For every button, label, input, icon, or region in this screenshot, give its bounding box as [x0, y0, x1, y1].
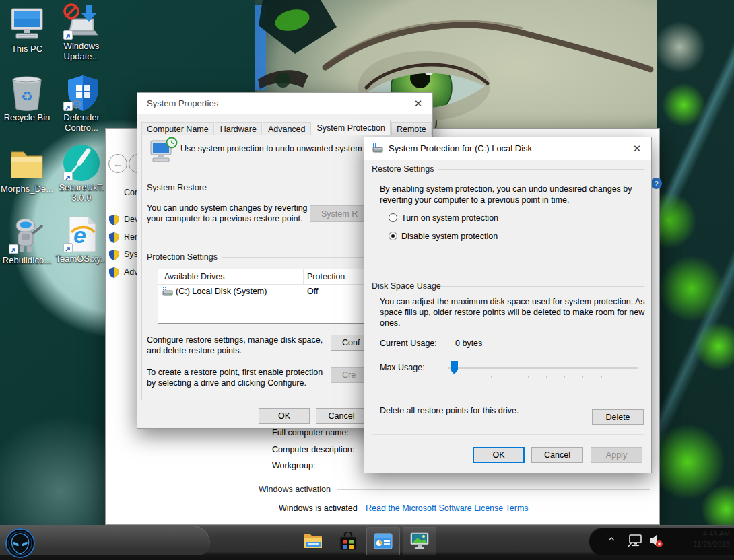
file-explorer-icon [304, 533, 323, 549]
shortcut-overlay-icon [63, 243, 73, 252]
cancel-button[interactable]: Cancel [531, 447, 583, 463]
windows-activation-group-label: Windows activation [259, 485, 331, 494]
current-usage-value: 0 bytes [455, 338, 482, 349]
ok-button[interactable]: OK [473, 447, 525, 463]
column-header-available-drives[interactable]: Available Drives [164, 272, 224, 281]
desktop-icon-secureuxtheme[interactable]: SecureUxT.3.0.0 [52, 144, 111, 203]
shortcut-overlay-icon [9, 244, 18, 254]
shortcut-overlay-icon [63, 30, 73, 40]
create-description: To create a restore point, first enable … [147, 367, 323, 388]
this-pc-icon [8, 5, 46, 43]
activation-status: Windows is activated [279, 503, 358, 514]
drive-icon [372, 143, 383, 153]
group-divider [438, 169, 644, 170]
protection-status: Off [307, 286, 318, 297]
tray-volume-muted-icon[interactable] [648, 533, 663, 548]
desktop-icon-label: DefenderContro... [63, 112, 99, 133]
defender-shield-icon: ⚙ [63, 74, 100, 112]
radio-disable-protection[interactable] [389, 232, 397, 240]
desktop-icon-label: RebuildIco... [3, 255, 51, 265]
footer-divider [372, 434, 644, 435]
window-title: System Properties [147, 98, 218, 108]
configure-description: Configure restore settings, manage disk … [147, 335, 323, 356]
tray-expand-chevron-icon[interactable] [608, 537, 615, 541]
uac-shield-icon [109, 250, 119, 260]
taskbar: 4:43 AM 11/26/2023 [0, 525, 734, 560]
folder-icon [8, 145, 46, 183]
tray-network-icon[interactable] [628, 534, 644, 547]
tab-hardware[interactable]: Hardware [215, 123, 262, 135]
tab-system-protection[interactable]: System Protection [312, 120, 391, 135]
shortcut-overlay-icon [63, 172, 73, 181]
cancel-button[interactable]: Cancel [316, 408, 367, 424]
desktop-icon-teamos[interactable]: e TeamOS.xy... [52, 215, 111, 264]
group-divider [337, 489, 650, 490]
desktop-icon-defender-control[interactable]: ⚙ DefenderContro... [52, 74, 111, 133]
taskbar-file-explorer[interactable] [296, 527, 330, 555]
computer-description-label: Computer description: [272, 444, 354, 455]
robot-icon [8, 217, 46, 254]
max-usage-slider-track[interactable] [448, 367, 638, 369]
current-usage-label: Current Usage: [380, 338, 437, 349]
tab-remote[interactable]: Remote [391, 123, 432, 135]
taskbar-running-app-system[interactable] [403, 527, 436, 555]
delete-restore-points-label: Delete all restore points for this drive… [380, 405, 519, 416]
taskbar-clock[interactable]: 4:43 AM 11/26/2023 [694, 529, 730, 549]
recycle-bin-icon: ♻ [8, 74, 46, 112]
tab-computer-name[interactable]: Computer Name [141, 123, 214, 135]
desktop-icon-this-pc[interactable]: This PC [0, 5, 57, 54]
desktop-icon-label: SecureUxT.3.0.0 [59, 182, 104, 203]
protection-settings-group-label: Protection Settings [147, 252, 218, 262]
store-icon [339, 532, 357, 551]
uac-shield-icon [109, 267, 119, 278]
license-terms-link[interactable]: Read the Microsoft Software License Term… [366, 503, 529, 514]
taskbar-microsoft-store[interactable] [331, 527, 365, 555]
dialog-title: System Protection for (C:) Local Disk [389, 143, 532, 153]
table-column-divider [303, 269, 304, 284]
desktop-icon-label: This PC [11, 44, 42, 54]
sidebar-item-control-panel-home[interactable]: Cor [124, 188, 137, 197]
close-icon[interactable]: ✕ [411, 97, 426, 110]
disk-space-group-label: Disk Space Usage [372, 281, 441, 291]
desktop-icon-label: Morphs_De... [1, 184, 53, 194]
help-icon[interactable]: ? [650, 178, 662, 189]
uac-shield-icon [109, 215, 119, 225]
dialog-titlebar: System Protection for (C:) Local Disk [364, 137, 651, 160]
radio-turn-on-protection[interactable] [389, 213, 397, 222]
radio-disable-label[interactable]: Disable system protection [401, 232, 498, 241]
desktop-icon-rebuildicons[interactable]: RebuildIco... [0, 217, 57, 265]
max-usage-label: Max Usage: [380, 362, 425, 373]
close-icon[interactable]: ✕ [630, 142, 644, 155]
svg-text:♻: ♻ [21, 89, 33, 104]
apply-button[interactable]: Apply [591, 447, 642, 463]
svg-text:e: e [73, 222, 86, 248]
restore-description: You can undo system changes by reverting… [147, 203, 308, 224]
desktop-icon-morphs-folder[interactable]: Morphs_De... [0, 145, 57, 194]
desktop-icon-windows-update[interactable]: WindowsUpdate... [52, 3, 111, 61]
ok-button[interactable]: OK [259, 408, 310, 424]
clock-date: 11/26/2023 [694, 539, 730, 549]
desktop-icon-label: WindowsUpdate... [64, 41, 100, 61]
full-computer-name-label: Full computer name: [272, 427, 349, 438]
desktop-icon-recycle-bin[interactable]: ♻ Recycle Bin [0, 74, 57, 123]
system-properties-tabs: Computer Name Hardware Advanced System P… [141, 121, 432, 135]
desktop-icon-label: TeamOS.xy... [55, 254, 107, 264]
desktop: This PC WindowsUpdate... ♻ [0, 0, 734, 560]
desktop-icon-label: Recycle Bin [4, 112, 51, 123]
system-properties-titlebar: System Properties [137, 93, 432, 114]
system-monitor-app-icon [410, 532, 429, 550]
tab-advanced[interactable]: Advanced [263, 123, 311, 135]
windows-update-icon [63, 3, 100, 40]
taskbar-running-app-control-panel[interactable] [366, 527, 400, 555]
back-button[interactable]: ← [108, 154, 127, 173]
column-header-protection[interactable]: Protection [307, 272, 345, 281]
system-restore-icon [149, 137, 178, 164]
start-button-alienware-icon[interactable] [5, 528, 36, 559]
drive-icon [162, 287, 173, 297]
disk-space-description: You can adjust the maximum disk space us… [380, 296, 644, 328]
delete-button[interactable]: Delete [592, 409, 644, 425]
wallpaper-metal-band [657, 0, 734, 525]
clock-time: 4:43 AM [694, 529, 730, 539]
shortcut-overlay-icon [63, 102, 73, 111]
radio-turn-on-label[interactable]: Turn on system protection [401, 213, 498, 223]
